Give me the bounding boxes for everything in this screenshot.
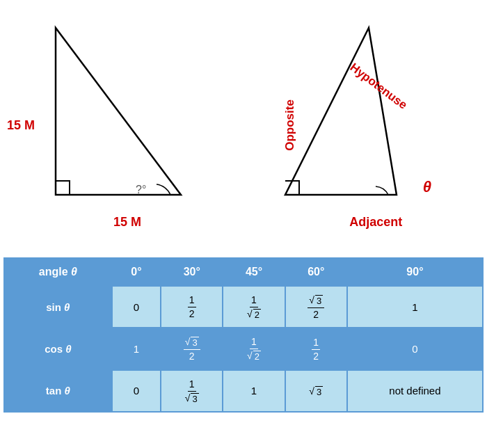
cos-45-fraction: 1 √2 (247, 336, 261, 362)
cos-60: 1 2 (285, 328, 347, 369)
sin-30-fraction: 1 2 (188, 294, 196, 320)
tan-0: 0 (112, 370, 161, 412)
adjacent-label: Adjacent (349, 215, 402, 230)
sin-row: sin θ 0 1 2 1 √2 √3 (4, 286, 483, 328)
sin-60: √3 2 (285, 286, 347, 328)
tan-90: not defined (347, 370, 483, 412)
tan-45: 1 (223, 370, 285, 412)
header-90: 90° (347, 258, 483, 286)
tan-row: tan θ 0 1 √3 1 √3 not defined (4, 370, 483, 412)
cos-row: cos θ 1 √3 2 1 √2 1 (4, 328, 483, 369)
header-45: 45° (223, 258, 285, 286)
right-triangle-area: Opposite Hypotenuse θ Adjacent (244, 0, 487, 250)
cos-0: 1 (112, 328, 161, 369)
sin-0: 0 (112, 286, 161, 328)
cos-90: 0 (347, 328, 483, 369)
opposite-label: Opposite (283, 99, 297, 151)
tan-60: √3 (285, 370, 347, 412)
cos-30-fraction: √3 2 (184, 336, 200, 362)
triangles-section: 15 M ?° 15 M (0, 0, 487, 250)
header-30: 30° (161, 258, 223, 286)
table-header-row: angle θ 0° 30° 45° 60° 90° (4, 258, 483, 286)
svg-marker-0 (56, 28, 181, 195)
sin-label: sin θ (4, 286, 112, 328)
sin-45: 1 √2 (223, 286, 285, 328)
cos-label: cos θ (4, 328, 112, 369)
left-bottom-label: 15 M (113, 215, 141, 230)
header-0: 0° (112, 258, 161, 286)
svg-marker-1 (285, 28, 397, 195)
tan-30-fraction: 1 √3 (185, 378, 199, 404)
trig-table: angle θ 0° 30° 45° 60° 90° sin θ 0 1 2 (3, 257, 484, 413)
sin-90: 1 (347, 286, 483, 328)
sin-60-fraction: √3 2 (308, 294, 324, 320)
sin-30: 1 2 (161, 286, 223, 328)
tan-30: 1 √3 (161, 370, 223, 412)
left-triangle-area: 15 M ?° 15 M (0, 0, 244, 250)
tan-label: tan θ (4, 370, 112, 412)
header-angle: angle θ (4, 258, 112, 286)
theta-label: θ (423, 178, 431, 196)
cos-30: √3 2 (161, 328, 223, 369)
left-side-label: 15 M (7, 118, 35, 133)
cos-60-fraction: 1 2 (312, 337, 320, 362)
header-60: 60° (285, 258, 347, 286)
cos-45: 1 √2 (223, 328, 285, 369)
tan-60-sqrt: √3 (309, 386, 323, 397)
left-angle-label: ?° (136, 184, 146, 196)
sin-45-fraction: 1 √2 (247, 294, 261, 320)
left-triangle-svg (35, 21, 202, 216)
trig-table-section: angle θ 0° 30° 45° 60° 90° sin θ 0 1 2 (0, 250, 487, 419)
